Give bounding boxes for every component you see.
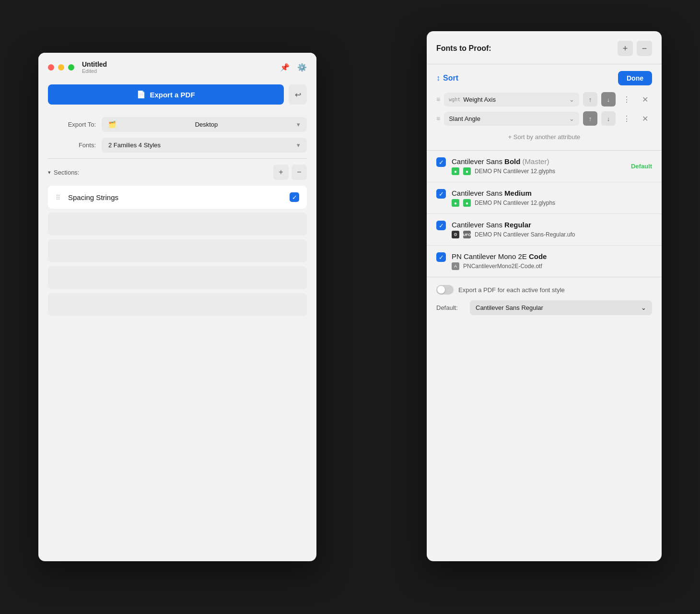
section-item-spacing-strings: Spacing Strings ✓ [48,186,307,209]
add-sort-button[interactable]: + Sort by another attribute [436,130,652,143]
font-code-info: PN Cantilever Mono 2E Code A PNCantileve… [452,252,652,270]
default-font-select[interactable]: Cantilever Sans Regular ⌄ [470,300,652,315]
fonts-to-proof-title: Fonts to Proof: [436,44,614,53]
minimize-button[interactable] [58,64,64,71]
remove-section-button[interactable]: − [292,165,307,180]
default-font-value: Cantilever Sans Regular [476,304,543,311]
sort-weight-select[interactable]: wght Weight Axis ⌄ [444,93,579,106]
font-bold-name: Cantilever Sans Bold (Master) [452,157,625,165]
font-code-source-icon: A [452,262,459,270]
font-code-name-weight: Code [529,252,547,260]
font-regular-name-regular: Cantilever Sans [452,221,504,229]
font-regular-source-text: DEMO PN Cantilever Sans-Regular.ufo [475,231,575,238]
sort-slant-select[interactable]: Slant Angle ⌄ [444,112,579,126]
font-bold-default-badge: Default [631,163,652,170]
sort-slant-desc-button[interactable]: ↓ [601,111,616,126]
font-item-medium: ✓ Cantilever Sans Medium ● ● DEMO PN Can… [427,182,662,214]
sort-weight-more-button[interactable]: ⋮ [619,92,634,106]
sort-section: ↕ Sort Done ≡ wght Weight Axis ⌄ ↑ ↓ ⋮ ✕… [427,64,662,151]
svg-rect-3 [58,197,59,198]
add-section-button[interactable]: + [273,165,289,180]
font-item-code: ✓ PN Cantilever Mono 2E Code A PNCantile… [427,246,662,277]
font-medium-source-text: DEMO PN Cantilever 12.glyphs [475,200,555,206]
sort-label: Sort [443,74,458,83]
add-font-button[interactable]: + [618,41,633,56]
fonts-chevron-icon: ▾ [297,142,300,149]
export-each-label: Export a PDF for each active font style [458,286,565,294]
sections-label-text: Sections: [54,169,79,176]
fonts-value: 2 Families 4 Styles [108,142,161,149]
share-icon: ↩ [295,90,301,99]
font-regular-checkbox[interactable]: ✓ [436,221,446,230]
panel-content: 📄 Export a PDF ↩ Export To: 🗂️ Desktop ▾… [38,79,316,330]
sort-weight-desc-button[interactable]: ↓ [601,92,616,106]
font-medium-name: Cantilever Sans Medium [452,189,652,197]
font-item-regular: ✓ Cantilever Sans Regular ⚙ UFO DEMO PN … [427,214,662,246]
share-button[interactable]: ↩ [289,84,307,105]
remove-font-button[interactable]: − [637,41,652,56]
sort-weight-remove-button[interactable]: ✕ [638,92,652,106]
svg-rect-1 [58,195,59,196]
sort-weight-label: Weight Axis [463,96,496,103]
maximize-button[interactable] [68,64,74,71]
sort-slant-drag-icon: ≡ [436,115,440,122]
titlebar: Untitled Edited 📌 ⚙️ [38,53,316,79]
font-code-checkbox[interactable]: ✓ [436,252,446,262]
empty-section-4 [48,293,307,316]
font-medium-source-icon-1: ● [452,199,459,207]
export-pdf-button[interactable]: 📄 Export a PDF [48,84,284,105]
fonts-label: Fonts: [48,142,96,149]
sections-chevron-icon[interactable]: ▾ [48,169,51,176]
sort-drag-handle-icon: ≡ [436,95,440,103]
font-code-name: PN Cantilever Mono 2E Code [452,252,652,260]
export-to-row: Export To: 🗂️ Desktop ▾ [48,117,307,132]
sections-buttons: + − [273,165,307,180]
empty-section-3 [48,266,307,289]
settings-icon[interactable]: ⚙️ [297,62,307,72]
export-each-row: Export a PDF for each active font style [436,285,652,295]
pin-icon[interactable]: 📌 [280,62,290,72]
font-bold-name-regular: Cantilever Sans [452,157,504,165]
export-to-select[interactable]: 🗂️ Desktop ▾ [102,117,307,132]
font-regular-source-icon-2: UFO [463,231,471,238]
sections-row: ▾ Sections: + − [48,165,307,180]
section-item-label: Spacing Strings [68,193,284,201]
font-medium-name-regular: Cantilever Sans [452,189,504,197]
font-medium-checkbox[interactable]: ✓ [436,189,446,199]
font-bold-info: Cantilever Sans Bold (Master) ● ● DEMO P… [452,157,625,175]
sort-title: ↕ Sort [436,74,618,83]
section-item-checkbox[interactable]: ✓ [290,192,299,202]
empty-section-1 [48,213,307,236]
svg-rect-2 [57,197,58,198]
font-medium-sources: ● ● DEMO PN Cantilever 12.glyphs [452,199,652,207]
sort-row-weight: ≡ wght Weight Axis ⌄ ↑ ↓ ⋮ ✕ [436,92,652,106]
font-bold-name-extra: (Master) [523,157,549,165]
font-regular-info: Cantilever Sans Regular ⚙ UFO DEMO PN Ca… [452,221,652,238]
export-each-toggle[interactable] [436,285,454,295]
sort-slant-more-button[interactable]: ⋮ [619,111,634,126]
done-button[interactable]: Done [618,71,652,85]
fonts-select[interactable]: 2 Families 4 Styles ▾ [102,138,307,153]
window-title: Untitled Edited [82,60,280,74]
sort-weight-chevron-icon: ⌄ [569,96,574,103]
left-panel: Untitled Edited 📌 ⚙️ 📄 Export a PDF ↩ Ex… [38,53,316,561]
sections-label: ▾ Sections: [48,169,273,176]
sort-icon: ↕ [436,74,440,83]
bottom-section: Export a PDF for each active font style … [427,277,662,323]
sort-weight-asc-button[interactable]: ↑ [583,92,597,106]
font-bold-source-text: DEMO PN Cantilever 12.glyphs [475,168,555,175]
svg-rect-5 [58,199,59,200]
default-row: Default: Cantilever Sans Regular ⌄ [436,300,652,315]
close-button[interactable] [48,64,54,71]
font-regular-sources: ⚙ UFO DEMO PN Cantilever Sans-Regular.uf… [452,231,652,238]
sort-slant-asc-button[interactable]: ↑ [583,111,597,126]
font-bold-source-icon-2: ● [463,167,471,175]
sort-slant-remove-button[interactable]: ✕ [638,111,652,126]
font-list: ✓ Cantilever Sans Bold (Master) ● ● DEMO… [427,151,662,277]
divider [48,158,307,159]
font-bold-checkbox[interactable]: ✓ [436,157,446,167]
export-pdf-icon: 📄 [137,90,146,99]
fonts-header: Fonts to Proof: + − [427,31,662,64]
empty-section-2 [48,239,307,262]
sort-row-slant: ≡ Slant Angle ⌄ ↑ ↓ ⋮ ✕ [436,111,652,126]
